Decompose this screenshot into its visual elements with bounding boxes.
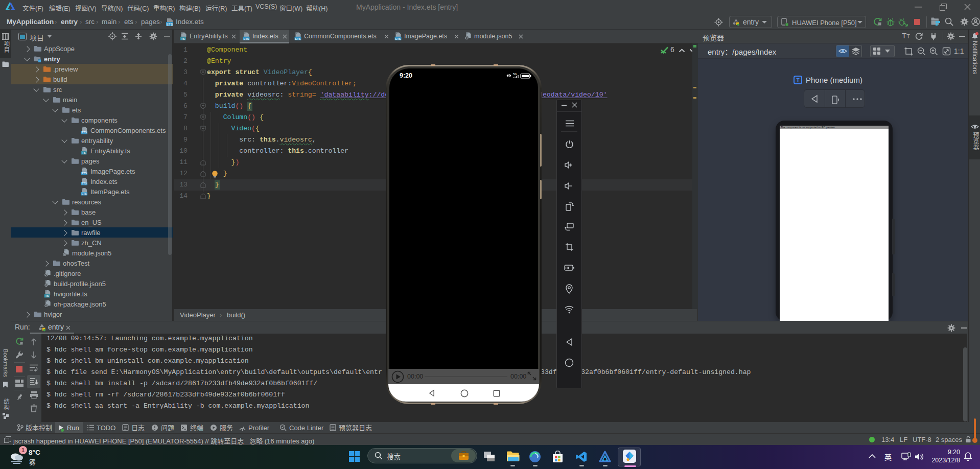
svg-text:TS: TS (82, 151, 86, 154)
svg-text:TS: TS (45, 294, 49, 297)
svg-text:5G: 5G (513, 73, 517, 76)
svg-text:ETS: ETS (295, 37, 301, 40)
svg-text:ETS: ETS (81, 131, 87, 134)
svg-text:ETS: ETS (395, 37, 401, 40)
svg-text:ETS: ETS (81, 182, 87, 185)
svg-text:TS: TS (181, 37, 185, 40)
svg-text:ETS: ETS (167, 22, 173, 26)
svg-text:ETS: ETS (81, 192, 87, 195)
svg-text:ETS: ETS (244, 37, 249, 40)
svg-text:ETS: ETS (81, 172, 87, 175)
